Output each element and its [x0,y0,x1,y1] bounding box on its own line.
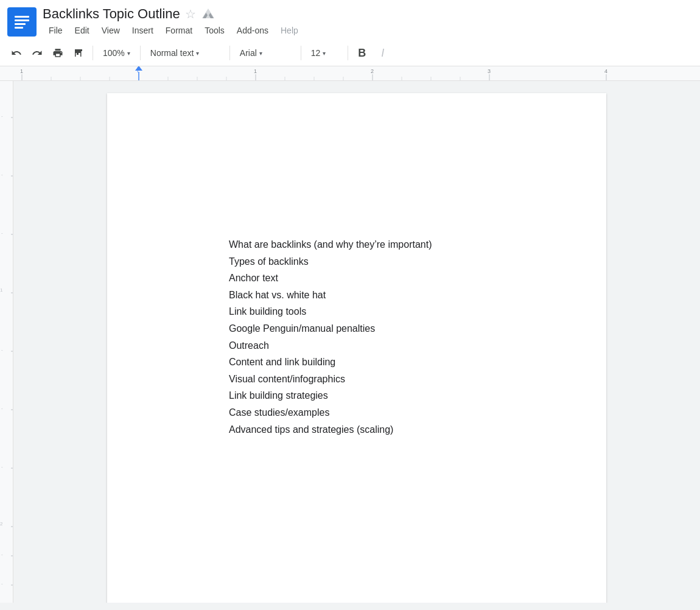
left-ruler: - - - 1 - - - 2 - - [0,81,13,603]
outline-item-6: Outreach [229,338,548,354]
star-icon[interactable]: ☆ [185,7,196,21]
style-arrow: ▾ [196,50,199,57]
zoom-dropdown[interactable]: 100% ▾ [98,46,135,60]
outline-item-5: Google Penguin/manual penalties [229,321,548,337]
italic-button[interactable]: I [374,44,392,62]
undo-button[interactable] [7,44,26,62]
toolbar-divider-3 [229,46,230,60]
menu-addons[interactable]: Add-ons [231,23,275,38]
svg-text:-: - [1,172,3,177]
fontsize-value: 12 [311,48,321,58]
main-area: - - - 1 - - - 2 - - What are backlinks [0,81,700,603]
svg-text:1: 1 [254,68,257,74]
print-icon [52,47,63,58]
menu-help[interactable]: Help [275,23,304,38]
svg-text:-: - [1,347,3,352]
svg-rect-0 [7,7,37,37]
outline-item-11: Advanced tips and strategies (scaling) [229,422,548,438]
paint-format-icon [73,47,84,58]
toolbar-divider-2 [140,46,141,60]
title-row: Backlinks Topic Outline ☆ [43,6,304,22]
svg-text:-: - [1,552,3,557]
menu-tools[interactable]: Tools [198,23,231,38]
document-title[interactable]: Backlinks Topic Outline [43,6,180,22]
ruler-content: 1 | 1 2 3 4 [0,66,700,80]
zoom-value: 100% [103,48,125,58]
font-arrow: ▾ [259,50,262,57]
svg-rect-4 [15,27,23,29]
svg-rect-3 [15,23,26,25]
bold-label: B [358,47,366,60]
zoom-arrow: ▾ [127,50,130,57]
svg-text:1: 1 [0,287,3,293]
svg-text:-: - [1,113,3,119]
redo-icon [32,47,43,58]
menu-view[interactable]: View [96,23,126,38]
menu-edit[interactable]: Edit [69,23,96,38]
menu-insert[interactable]: Insert [126,23,159,38]
svg-text:-: - [1,581,3,586]
doc-top-spacer [229,152,548,237]
doc-page: What are backlinks (and why they’re impo… [107,93,606,603]
menu-format[interactable]: Format [159,23,198,38]
print-button[interactable] [49,44,67,62]
svg-text:2: 2 [0,521,3,527]
horizontal-ruler: 1 | 1 2 3 4 [0,66,700,81]
svg-marker-29 [135,66,142,71]
outline-item-0: What are backlinks (and why they’re impo… [229,237,548,253]
style-value: Normal text [150,48,194,58]
ruler-ticks: 1 | 1 2 3 4 [0,66,700,80]
addon-icon[interactable] [201,7,215,21]
docs-icon [7,7,37,37]
outline-item-3: Black hat vs. white hat [229,287,548,303]
doc-area[interactable]: What are backlinks (and why they’re impo… [13,81,700,603]
svg-text:3: 3 [488,68,491,74]
menu-file[interactable]: File [43,23,69,38]
svg-rect-2 [15,19,29,21]
outline-item-8: Visual content/infographics [229,371,548,387]
left-ruler-ticks: - - - 1 - - - 2 - - [0,81,13,603]
doc-content: What are backlinks (and why they’re impo… [229,152,548,437]
fontsize-arrow: ▾ [323,50,326,57]
svg-rect-1 [15,16,29,18]
font-value: Arial [240,48,257,58]
svg-text:4: 4 [604,68,607,74]
menu-bar: File Edit View Insert Format Tools Add-o… [43,22,304,38]
undo-icon [11,47,22,58]
outline-item-2: Anchor text [229,270,548,286]
paint-format-button[interactable] [69,44,88,62]
outline-item-10: Case studies/examples [229,405,548,421]
svg-text:-: - [1,464,3,469]
outline-item-1: Types of backlinks [229,254,548,270]
title-area: Backlinks Topic Outline ☆ File Edit View… [43,6,304,38]
svg-text:1: 1 [20,68,23,74]
redo-button[interactable] [28,44,46,62]
svg-text:-: - [1,405,3,411]
italic-label: I [381,47,384,60]
font-dropdown[interactable]: Arial ▾ [235,46,296,60]
fontsize-dropdown[interactable]: 12 ▾ [306,46,343,60]
toolbar-divider-5 [348,46,348,60]
outline-item-4: Link building tools [229,304,548,320]
toolbar-divider-1 [93,46,93,60]
bold-button[interactable]: B [353,44,371,62]
svg-text:2: 2 [371,68,374,74]
toolbar-divider-4 [301,46,301,60]
style-dropdown[interactable]: Normal text ▾ [145,46,225,60]
outline-item-7: Content and link building [229,354,548,370]
title-bar: Backlinks Topic Outline ☆ File Edit View… [0,0,700,40]
svg-text:-: - [1,230,3,236]
outline-item-9: Link building strategies [229,388,548,404]
toolbar: 100% ▾ Normal text ▾ Arial ▾ 12 ▾ B I [0,40,700,66]
